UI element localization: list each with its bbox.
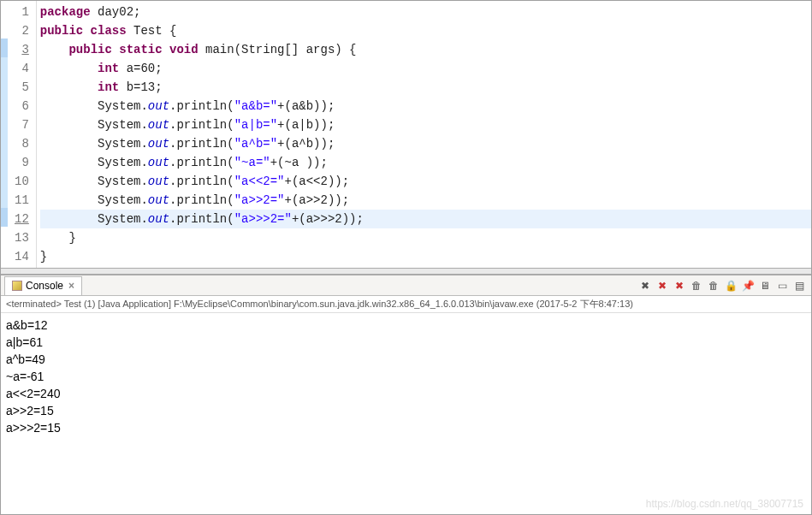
watermark: https://blog.csdn.net/qq_38007715 — [646, 498, 803, 510]
string-token: "a>>>2=" — [234, 212, 292, 226]
string-token: "a^b=" — [234, 137, 277, 151]
code-editor[interactable]: 1234567891011121314 package day02;public… — [1, 1, 811, 268]
code-line[interactable]: System.out.println("a>>>2="+(a>>>2)); — [40, 210, 811, 228]
text-token: a=60; — [119, 62, 162, 75]
sash-divider[interactable] — [1, 268, 811, 275]
console-line: a&b=12 — [6, 317, 806, 334]
code-line[interactable]: } — [40, 247, 811, 266]
view-icon[interactable]: ▤ — [792, 279, 806, 293]
keyword-token: public class — [40, 24, 127, 38]
min-icon[interactable]: ▭ — [775, 279, 789, 293]
console-line: a>>2=15 — [6, 402, 806, 419]
field-token: out — [148, 99, 169, 113]
text-token: +(a>>>2)); — [292, 212, 364, 226]
code-line[interactable]: public class Test { — [40, 21, 811, 40]
field-token: out — [148, 118, 169, 132]
keyword-token: package — [40, 5, 91, 19]
text-token: } — [40, 231, 76, 245]
console-tabbar: Console × ✖✖✖🗑🗑🔒📌🖥▭▤ — [1, 275, 811, 296]
fold-marker — [1, 227, 8, 246]
text-token: day02; — [91, 5, 141, 19]
console-line: ~a=-61 — [6, 368, 806, 385]
field-token: out — [148, 193, 169, 207]
string-token: "a<<2=" — [234, 175, 285, 188]
fold-marker — [1, 133, 8, 151]
text-token: System. — [40, 212, 148, 226]
field-token: out — [148, 175, 169, 188]
console-tab-label: Console — [26, 280, 63, 292]
text-token: +(a|b)); — [277, 118, 335, 132]
text-token — [40, 43, 69, 56]
code-line[interactable]: int a=60; — [40, 59, 811, 78]
close-icon[interactable]: × — [68, 280, 74, 292]
code-area[interactable]: package day02;public class Test { public… — [37, 1, 811, 268]
text-token: System. — [40, 99, 148, 113]
line-number: 6 — [15, 97, 29, 115]
console-line: a^b=49 — [6, 351, 806, 368]
pin-icon[interactable]: 📌 — [741, 279, 755, 293]
code-line[interactable]: System.out.println("~a="+(~a )); — [40, 153, 811, 172]
console-status: <terminated> Test (1) [Java Application]… — [1, 296, 811, 313]
fold-marker — [1, 151, 8, 170]
code-line[interactable]: System.out.println("a<<2="+(a<<2)); — [40, 172, 811, 191]
line-number: 13 — [15, 228, 29, 247]
code-line[interactable]: int b=13; — [40, 78, 811, 97]
annotation-ruler — [1, 1, 9, 268]
x-red-icon[interactable]: ✖ — [655, 279, 669, 293]
line-number: 12 — [15, 210, 29, 228]
line-number: 9 — [15, 153, 29, 172]
fold-marker — [1, 246, 8, 264]
line-number: 2 — [15, 21, 29, 40]
keyword-token: int — [98, 62, 119, 75]
console-output[interactable]: a&b=12a|b=61a^b=49~a=-61a<<2=240a>>2=15a… — [1, 313, 811, 514]
string-token: "a|b=" — [234, 118, 277, 132]
fold-marker — [1, 20, 8, 38]
text-token: System. — [40, 118, 148, 132]
field-token: out — [148, 156, 169, 169]
scroll-lock-icon[interactable]: 🔒 — [724, 279, 738, 293]
text-token — [40, 80, 98, 94]
line-number: 3 — [15, 40, 29, 59]
line-number: 11 — [15, 191, 29, 210]
text-token: System. — [40, 137, 148, 151]
code-line[interactable]: System.out.println("a&b="+(a&b)); — [40, 97, 811, 115]
string-token: "a>>2=" — [234, 193, 285, 207]
code-line[interactable]: package day02; — [40, 3, 811, 21]
code-line[interactable]: } — [40, 228, 811, 247]
text-token: .println( — [169, 175, 234, 188]
tab-console[interactable]: Console × — [4, 276, 82, 295]
remove-all-icon[interactable]: 🗑 — [707, 279, 720, 293]
x-gray-icon[interactable]: ✖ — [638, 279, 652, 293]
text-token: +(a&b)); — [277, 99, 335, 113]
fold-marker — [1, 170, 8, 189]
field-token: out — [148, 137, 169, 151]
text-token: System. — [40, 156, 148, 169]
console-line: a>>>2=15 — [6, 419, 806, 436]
fold-marker — [1, 95, 8, 114]
text-token: .println( — [169, 212, 234, 226]
text-token: .println( — [169, 118, 234, 132]
display-icon[interactable]: 🖥 — [758, 279, 772, 293]
line-number: 8 — [15, 134, 29, 153]
remove-icon[interactable]: 🗑 — [690, 279, 703, 293]
console-line: a|b=61 — [6, 334, 806, 351]
keyword-token: public static void — [68, 43, 198, 56]
code-line[interactable]: System.out.println("a>>2="+(a>>2)); — [40, 191, 811, 210]
text-token: +(a>>2)); — [285, 193, 350, 207]
console-line: a<<2=240 — [6, 385, 806, 402]
text-token: Test { — [127, 24, 177, 38]
fold-marker — [1, 189, 8, 208]
line-number: 7 — [15, 115, 29, 134]
fold-marker — [1, 1, 8, 20]
text-token: .println( — [169, 99, 234, 113]
fold-marker — [1, 208, 8, 227]
code-line[interactable]: System.out.println("a|b="+(a|b)); — [40, 115, 811, 134]
line-number: 4 — [15, 59, 29, 78]
text-token: System. — [40, 193, 148, 207]
code-line[interactable]: System.out.println("a^b="+(a^b)); — [40, 134, 811, 153]
text-token — [40, 62, 98, 75]
code-line[interactable]: public static void main(String[] args) { — [40, 40, 811, 59]
x-red2-icon[interactable]: ✖ — [673, 279, 686, 293]
text-token: System. — [40, 175, 148, 188]
line-number: 5 — [15, 78, 29, 97]
